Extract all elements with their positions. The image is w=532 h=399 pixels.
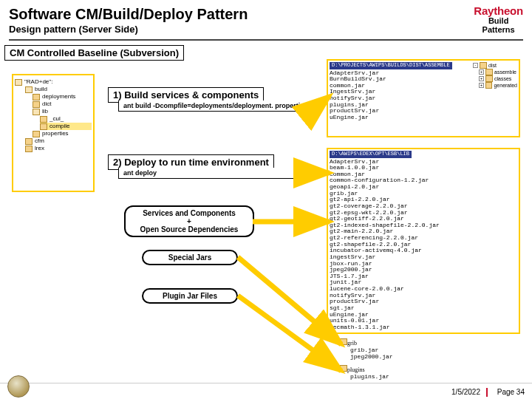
build-output-panel: D:\PROJECTS\AWIPS\BUILDS\DIST\ASSEMBLE A…: [327, 59, 520, 137]
tree-item: cfm: [35, 137, 44, 145]
arrow-plugin-to-plugins: [238, 296, 341, 371]
deploy-output-panel: D:\AWIPS\EDEX\OPT\ESB\LIB AdapterSrv.jar…: [327, 148, 520, 334]
footer-date: 1/5/2022: [451, 388, 480, 396]
panel-a-tree: -dist +assemble +classes +generated: [473, 62, 517, 89]
box-line: Services and Components: [129, 209, 250, 217]
box-line: Open Source Dependencies: [129, 225, 250, 233]
tree-item: lib: [42, 108, 48, 115]
footer-divider: [486, 388, 488, 397]
jar-entry: geoapi-2.0.jar: [330, 184, 517, 191]
tree-item: properties: [42, 130, 69, 137]
tree-item: _cul_: [50, 115, 64, 123]
step-1-command: ant build -Dcompfile=deployments/deploym…: [118, 100, 318, 112]
jar-entry: uEngine.jar: [330, 115, 517, 121]
box-line: +: [129, 217, 250, 225]
box-special-jars: Special Jars: [142, 250, 238, 265]
header-rule: [9, 39, 523, 41]
box-services: Services and Components + Open Source De…: [124, 205, 254, 237]
tree-item: dict: [42, 100, 51, 108]
slide-header: Software CM/Build/Deploy Pattern Design …: [0, 0, 532, 36]
sub-folder-grib: grib grib.jar jpeg2000.jar: [340, 338, 393, 360]
tree-root: "RAD+de":: [24, 78, 52, 86]
brand-block: Raytheon Build Patterns: [474, 4, 523, 34]
jar-entry: productSrv.jar: [330, 299, 517, 305]
footer: 1/5/2022 Page 34: [0, 383, 532, 399]
source-tree: "RAD+de": build deployments dict lib _cu…: [12, 74, 95, 192]
badge-build: Build: [474, 17, 523, 26]
tree-item-selected: compile: [50, 123, 70, 130]
page-subtitle: Design pattern (Server Side): [9, 24, 523, 35]
panel-b-title: D:\AWIPS\EDEX\OPT\ESB\LIB: [330, 151, 412, 158]
cm-baseline-box: CM Controlled Baseline (Subversion): [4, 45, 184, 61]
page-title: Software CM/Build/Deploy Pattern: [9, 6, 523, 23]
badge-patterns: Patterns: [474, 26, 523, 35]
sub-folder-plugins: plugins plugins.jar: [340, 365, 389, 381]
company-logo: Raytheon: [474, 4, 523, 17]
box-plugin-jars: Plugin Jar Files: [142, 288, 238, 304]
step-2-command: ant deploy: [118, 168, 318, 179]
arrow-special-to-grib: [238, 257, 341, 344]
tree-item: build: [35, 86, 47, 93]
footer-page: Page 34: [497, 388, 525, 396]
jar-entry: vecmath-1.3.1.jar: [330, 324, 517, 331]
tree-item: deployments: [42, 93, 75, 100]
seal-icon: [7, 375, 30, 398]
tree-item: lrex: [35, 145, 44, 152]
panel-a-title: D:\PROJECTS\AWIPS\BUILDS\DIST\ASSEMBLE: [330, 62, 452, 69]
